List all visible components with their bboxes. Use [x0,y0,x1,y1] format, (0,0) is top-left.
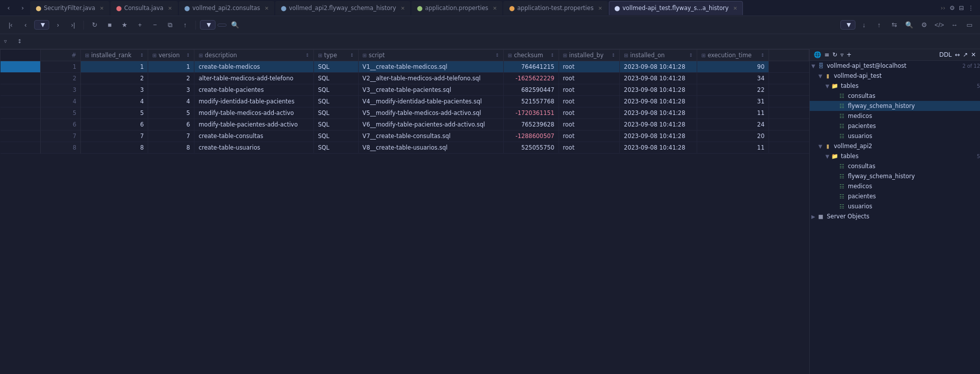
refresh-btn[interactable]: ↻ [88,19,101,31]
cell-checksum[interactable]: 525055750 [503,142,559,154]
csv-export-btn[interactable]: ▼ [840,20,855,30]
filter-btn[interactable]: ★ [118,19,131,31]
cell-checksum[interactable]: 765239628 [503,119,559,131]
stop-btn[interactable]: ■ [103,19,116,31]
col-sort-icon-script[interactable]: ↕ [495,53,499,58]
table-row[interactable]: 888create-table-usuariosSQLV8__create-ta… [1,142,809,154]
rows-count-badge[interactable]: ▼ [34,20,49,30]
ddl-right-btn[interactable]: </> [933,19,946,31]
cell-type[interactable]: SQL [313,107,358,119]
table-row[interactable]: 444modify-identidad-table-pacientesSQLV4… [1,96,809,107]
chevron-icon[interactable]: ▼ [810,63,817,69]
table-row[interactable]: 555modify-table-medicos-add-activoSQLV5_… [1,107,809,119]
cell-script[interactable]: V3__create-table-pacientes.sql [358,84,503,96]
cell-version[interactable]: 8 [148,142,194,154]
cell-description[interactable]: modify-table-pacientes-add-activo [194,119,314,131]
tab-close-vollmed-api2-consultas[interactable]: ✕ [265,6,269,11]
sidebar-ddl-icon[interactable]: DDL [939,51,952,58]
tree-connection-root[interactable]: ▼🗄vollmed-api_test@localhost2 of 12 [810,61,980,71]
cell-type[interactable]: SQL [313,73,358,84]
chevron-icon[interactable]: ▼ [824,83,831,89]
pin-btn[interactable]: ↔ [948,19,961,31]
duplicate-btn[interactable]: ⧉ [163,19,176,31]
sidebar-layout-icon[interactable]: ≡ [824,51,829,58]
col-sort-icon-type[interactable]: ↕ [350,53,354,58]
cell-script[interactable]: V4__modify-identidad-table-pacientes.sql [358,96,503,107]
col-sort-icon-installed_by[interactable]: ↕ [612,53,616,58]
cell-installed_on[interactable]: 2023-09-08 10:41:28 [620,107,697,119]
nav-prev-btn[interactable]: ‹ [19,19,32,31]
col-sort-icon-version[interactable]: ↕ [186,53,190,58]
tab-vollmed-flyway-history[interactable]: ⬤ vollmed_api2.flyway_schema_history ✕ [275,1,410,15]
tree-table-flyway_schema_history-1[interactable]: ☷flyway_schema_history [810,101,980,111]
tab-vollmed-api-test-flyway[interactable]: ⬤ vollmed-api_test.flyway_s...a_history … [609,1,743,15]
table-row[interactable]: 111create-table-medicosSQLV1__create-tab… [1,61,809,73]
cell-installed_on[interactable]: 2023-09-08 10:41:28 [620,142,697,154]
cell-installed_rank[interactable]: 2 [81,73,148,84]
tree-folder-tables-2[interactable]: ▼📁tables5 [810,151,980,161]
cell-version[interactable]: 3 [148,84,194,96]
table-row[interactable]: 666modify-table-pacientes-add-activoSQLV… [1,119,809,131]
cell-installed_rank[interactable]: 5 [81,107,148,119]
cell-description[interactable]: create-table-medicos [194,61,314,73]
cell-checksum[interactable]: 682590447 [503,84,559,96]
chevron-icon[interactable]: ▼ [817,73,824,79]
tree-table-pacientes-2[interactable]: ☷pacientes [810,191,980,201]
col-header-version[interactable]: ⊞ version ↕ [148,50,194,61]
cell-installed_by[interactable]: root [559,84,619,96]
tab-application-properties[interactable]: ⬤ application.properties ✕ [411,1,502,15]
settings-col-btn[interactable]: ⚙ [918,19,931,31]
cell-execution_time[interactable]: 90 [697,61,769,73]
tab-close-vollmed-api-test-flyway[interactable]: ✕ [733,6,737,11]
tab-next-btn[interactable]: › [16,2,29,14]
cell-checksum[interactable]: 764641215 [503,61,559,73]
sidebar-close-icon[interactable]: ✕ [971,51,976,58]
cell-version[interactable]: 2 [148,73,194,84]
zoom-btn[interactable]: 🔍 [903,19,916,31]
nav-first-btn[interactable]: |‹ [4,19,17,31]
col-header-execution_time[interactable]: ⊞ execution_time ↕ [697,50,769,61]
sidebar-refresh-icon[interactable]: ↻ [832,51,837,58]
cell-installed_rank[interactable]: 7 [81,131,148,142]
tab-close-application-properties[interactable]: ✕ [493,6,497,11]
tab-close-application-test-properties[interactable]: ✕ [598,6,602,11]
cell-script[interactable]: V8__create-table-usuarios.sql [358,142,503,154]
cell-script[interactable]: V1__create-table-medicos.sql [358,61,503,73]
cell-installed_rank[interactable]: 1 [81,61,148,73]
cell-version[interactable]: 6 [148,119,194,131]
add-row-btn[interactable]: + [133,19,146,31]
tab-bar-more-icon[interactable]: ⋮ [968,5,974,12]
upload-btn[interactable]: ↑ [873,19,886,31]
tab-prev-btn[interactable]: ‹ [2,2,15,14]
cell-checksum[interactable]: 521557768 [503,96,559,107]
cell-description[interactable]: alter-table-medicos-add-telefono [194,73,314,84]
col-header-installed_rank[interactable]: ⊞ installed_rank ↕ [81,50,148,61]
col-header-installed_by[interactable]: ⊞ installed_by ↕ [559,50,619,61]
cell-type[interactable]: SQL [313,119,358,131]
tree-folder-tables-1[interactable]: ▼📁tables5 [810,81,980,91]
tree-table-usuarios-2[interactable]: ☷usuarios [810,201,980,211]
tab-security-filter[interactable]: ⬤ SecurityFilter.java ✕ [30,1,110,15]
remove-row-btn[interactable]: − [148,19,161,31]
sidebar-detach-icon[interactable]: ↗ [963,51,968,58]
cell-description[interactable]: create-table-consultas [194,131,314,142]
tree-table-medicos-2[interactable]: ☷medicos [810,181,980,191]
nav-last-btn[interactable]: ›| [66,19,79,31]
cell-description[interactable]: create-table-pacientes [194,84,314,96]
col-header-installed_on[interactable]: ⊞ installed_on ↕ [620,50,697,61]
tab-bar-settings-icon[interactable]: ⚙ [949,5,955,12]
cell-checksum[interactable]: -1288600507 [503,131,559,142]
expand-btn[interactable]: ▭ [963,19,976,31]
cell-installed_on[interactable]: 2023-09-08 10:41:28 [620,84,697,96]
transpose-btn[interactable]: ⇆ [888,19,901,31]
tree-table-consultas-2[interactable]: ☷consultas [810,161,980,171]
tx-auto-badge[interactable]: ▼ [200,20,215,30]
table-row[interactable]: 222alter-table-medicos-add-telefonoSQLV2… [1,73,809,84]
tab-close-vollmed-flyway-history[interactable]: ✕ [401,6,405,11]
cell-installed_by[interactable]: root [559,142,619,154]
cell-execution_time[interactable]: 20 [697,131,769,142]
tree-server-objects[interactable]: ▶■Server Objects [810,211,980,221]
ddl-btn[interactable] [217,24,227,27]
cell-description[interactable]: create-table-usuarios [194,142,314,154]
tab-close-consulta[interactable]: ✕ [168,6,172,11]
